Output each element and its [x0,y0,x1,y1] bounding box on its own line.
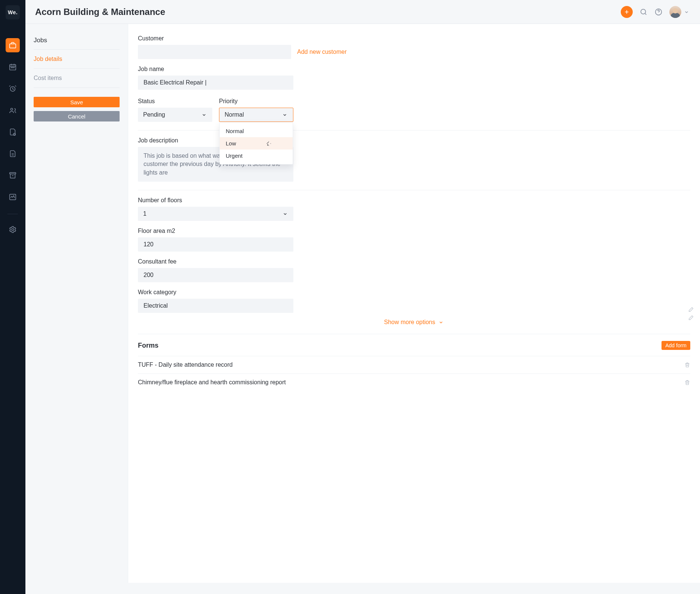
jobname-label: Job name [138,66,690,73]
rail-alarm[interactable] [6,81,20,96]
page-title: Acorn Building & Maintenance [35,7,165,17]
rail-divider [7,214,18,214]
rail-people[interactable] [6,103,20,117]
avatar [669,6,681,18]
sidebar-item-job-details[interactable]: Job details [34,52,120,66]
sidebar-sep-1 [34,49,120,50]
sidebar-item-cost-items[interactable]: Cost items [34,71,120,85]
briefcase-icon [9,41,17,49]
svg-point-10 [12,228,14,231]
status-select[interactable]: Pending [138,108,212,122]
alarm-icon [9,84,17,93]
rail-archive[interactable] [6,168,20,182]
content-wrap: Customer Add new customer Job name Basic… [128,24,700,594]
svg-point-2 [11,67,12,68]
user-menu[interactable] [669,6,690,18]
cancel-button[interactable]: Cancel [34,111,120,121]
add-form-button[interactable]: Add form [662,341,690,350]
priority-option-low[interactable]: Low [220,137,293,150]
brand-short: We. [8,9,18,15]
add-customer-link[interactable]: Add new customer [297,49,347,55]
chevron-down-icon [684,9,690,15]
sidebar-actions: Save Cancel [34,97,120,121]
priority-value: Normal [225,111,244,118]
priority-option-low-label: Low [226,140,236,147]
consultantfee-label: Consultant fee [138,258,690,265]
content-card: Customer Add new customer Job name Basic… [128,24,700,583]
brand-logo[interactable]: We. [6,5,20,19]
priority-dropdown: Normal Low Urgent [219,122,293,164]
sidebar: Jobs Job details Cost items Save Cancel [25,24,128,594]
svg-point-3 [12,67,13,68]
priority-select[interactable]: Normal Normal Low Urgent [219,108,293,122]
rail-doc[interactable] [6,147,20,161]
body: Jobs Job details Cost items Save Cancel … [25,24,700,594]
sidebar-sep-2 [34,68,120,69]
jobname-value: Basic Electrical Repair | [144,79,207,86]
rail-doc-status[interactable] [6,125,20,139]
consultantfee-value: 200 [144,272,154,278]
floorarea-input[interactable]: 120 [138,237,293,252]
rail-group-main [0,28,25,237]
forms-title: Forms [138,342,158,350]
priority-option-normal[interactable]: Normal [220,125,293,137]
trash-icon[interactable] [684,362,690,368]
search-button[interactable] [639,8,648,16]
chevron-down-icon [438,319,444,325]
sidebar-sep-3 [34,87,120,88]
svg-rect-0 [10,44,16,48]
trash-icon[interactable] [684,379,690,385]
form-row: TUFF - Daily site attendance record [138,356,690,373]
rail-settings[interactable] [6,222,20,237]
page-header: Acorn Building & Maintenance [25,0,700,24]
main-column: Acorn Building & Maintenance [25,0,700,594]
form-row-label[interactable]: TUFF - Daily site attendance record [138,361,232,368]
floating-edit-group [688,307,694,321]
cursor-icon [266,141,272,147]
help-button[interactable] [654,8,663,16]
save-button[interactable]: Save [34,97,120,107]
divider-3 [138,334,690,334]
plus-icon [624,9,630,15]
jobname-input[interactable]: Basic Electrical Repair | [138,76,293,90]
calendar-icon [9,63,17,71]
floors-value: 1 [143,210,147,217]
workcategory-input[interactable]: Electrical [138,299,293,313]
svg-point-4 [14,67,15,68]
rail-activity[interactable] [6,190,20,204]
divider-2 [138,190,690,190]
svg-point-11 [641,9,646,14]
show-more-row: Show more options [138,319,690,326]
status-col: Status Pending [138,96,212,122]
sidebar-section-title[interactable]: Jobs [34,34,120,47]
doc-status-icon [9,128,17,136]
chevron-down-icon [282,211,288,217]
archive-icon [9,171,17,179]
people-icon [9,106,17,114]
show-more-link[interactable]: Show more options [384,319,435,326]
consultantfee-input[interactable]: 200 [138,268,293,282]
chevron-down-icon [201,112,207,118]
form-row-label[interactable]: Chimney/flue fireplace and hearth commis… [138,379,286,386]
floorarea-value: 120 [144,241,154,248]
workcategory-value: Electrical [144,302,168,309]
floors-select[interactable]: 1 [138,207,293,221]
priority-option-urgent[interactable]: Urgent [220,150,293,162]
forms-header: Forms Add form [138,341,690,350]
status-value: Pending [143,111,165,118]
priority-label: Priority [219,98,293,105]
customer-label: Customer [138,35,690,42]
rail-jobs[interactable] [6,38,20,52]
header-actions [621,6,690,18]
svg-rect-8 [10,173,16,174]
pencil-icon[interactable] [688,315,694,321]
customer-input[interactable] [138,45,291,59]
pencil-icon[interactable] [688,307,694,313]
priority-col: Priority Normal Normal Low [219,96,293,122]
rail-calendar[interactable] [6,60,20,74]
status-label: Status [138,98,212,105]
gear-icon [9,225,17,234]
floorarea-label: Floor area m2 [138,228,690,234]
activity-icon [9,193,17,201]
add-button[interactable] [621,6,633,18]
